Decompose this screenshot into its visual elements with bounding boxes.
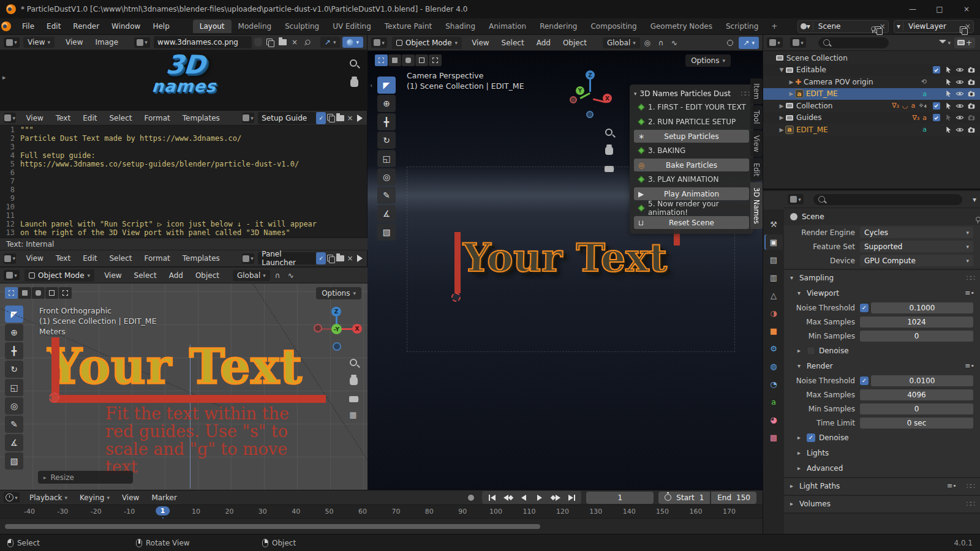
- expander-icon[interactable]: ▶: [778, 103, 785, 109]
- expander-icon[interactable]: ▶: [778, 114, 785, 121]
- tool-annotate[interactable]: ✎: [5, 416, 23, 433]
- viewport-zoom-icon[interactable]: [347, 356, 360, 369]
- properties-tab-output[interactable]: ▤: [764, 252, 783, 268]
- text-unlink-icon[interactable]: ×: [345, 112, 355, 124]
- eye-toggle-icon[interactable]: [954, 101, 965, 111]
- image-zoom-icon[interactable]: [347, 56, 360, 70]
- workspace-tab-compositing[interactable]: Compositing: [584, 20, 643, 33]
- cam-toggle-icon[interactable]: [965, 125, 977, 135]
- text-menu-text[interactable]: Text: [50, 254, 77, 263]
- image-menu-image[interactable]: Image: [89, 38, 125, 47]
- properties-tab-render[interactable]: ▣: [764, 234, 783, 250]
- collection-checkbox[interactable]: [933, 102, 940, 110]
- select-mode-tweak[interactable]: [375, 54, 388, 66]
- menu-render[interactable]: Render: [67, 22, 105, 31]
- text-menu-format[interactable]: Format: [138, 254, 176, 263]
- cam-toggle-icon[interactable]: [965, 113, 977, 122]
- properties-options-icon[interactable]: ▾: [968, 193, 980, 206]
- outliner-row-collection[interactable]: ▶Collection∇₃◡a✧₄: [763, 100, 980, 112]
- menu-help[interactable]: Help: [146, 22, 175, 31]
- bake-particles-button[interactable]: ◎Bake Particles: [634, 159, 749, 171]
- text-menu-view[interactable]: View: [20, 254, 49, 263]
- mode-dropdown[interactable]: Object Mode▾: [24, 269, 94, 282]
- cursor-toggle-icon[interactable]: [942, 77, 954, 87]
- gizmo-axis-neg-z[interactable]: [333, 342, 341, 351]
- cursor-toggle-icon[interactable]: [942, 65, 954, 75]
- workspace-tab-texture-paint[interactable]: Texture Paint: [378, 20, 439, 33]
- image-pin-icon[interactable]: [301, 36, 313, 48]
- text-menu-templates[interactable]: Templates: [176, 254, 226, 263]
- tool-move[interactable]: ╋: [5, 342, 23, 359]
- fake-user-shield-icon[interactable]: ✓: [316, 252, 326, 264]
- image-view-dropdown[interactable]: View▾: [23, 37, 55, 48]
- properties-tab-modifiers[interactable]: ⚙: [764, 341, 783, 356]
- timeline-scrollbar[interactable]: [5, 524, 540, 529]
- properties-tab-material[interactable]: ◕: [764, 412, 783, 427]
- cam-toggle-icon[interactable]: [965, 65, 977, 75]
- viewport-zoom-icon[interactable]: [602, 126, 616, 139]
- tool-scale[interactable]: ◱: [5, 379, 23, 396]
- expander-icon[interactable]: ▶: [778, 127, 785, 133]
- tool-measure[interactable]: ∡: [377, 205, 396, 222]
- text-menu-edit[interactable]: Edit: [77, 114, 103, 122]
- new-collection-button[interactable]: +: [954, 37, 975, 48]
- properties-tab-physics[interactable]: ◍: [764, 359, 783, 374]
- tool-measure[interactable]: ∡: [5, 434, 23, 451]
- render-max-samples[interactable]: 4096: [860, 389, 973, 400]
- cam-toggle-icon[interactable]: [965, 101, 977, 111]
- checkbox-slot[interactable]: [930, 65, 942, 75]
- filter-icon[interactable]: ▾: [939, 40, 951, 46]
- text-unlink-icon[interactable]: ×: [345, 252, 355, 264]
- properties-search-input[interactable]: [813, 194, 962, 205]
- outliner-row-editable[interactable]: ▼Editable: [763, 64, 980, 77]
- tool-transform[interactable]: ◎: [377, 168, 396, 186]
- lights-section-header[interactable]: ▸Lights: [784, 445, 980, 460]
- end-frame-field[interactable]: End150: [711, 492, 756, 504]
- properties-tab-view-layer[interactable]: ▥: [764, 270, 783, 285]
- panel-header[interactable]: ▾ 3D Names Particles Dust ∷∷: [634, 88, 749, 100]
- eye-toggle-icon[interactable]: [954, 125, 965, 135]
- expander-icon[interactable]: ▶: [788, 79, 795, 85]
- image-canvas[interactable]: ▸ 3D names: [0, 50, 368, 111]
- drag-dots[interactable]: ∷∷: [967, 482, 974, 490]
- jump-to-end-button[interactable]: [564, 492, 579, 503]
- viewport-pan-icon[interactable]: [347, 374, 360, 388]
- viewport-canvas-front[interactable]: Options▾ ◤⊕╋↻◱◎✎∡▧ Front Orthographic (1…: [0, 283, 368, 490]
- scene-selector[interactable]: ▾ Scene ×: [797, 20, 889, 33]
- device-dropdown[interactable]: GPU Compute▾: [860, 255, 973, 266]
- prev-keyframe-button[interactable]: [500, 492, 515, 503]
- scene-name[interactable]: Scene: [813, 22, 867, 31]
- timeline-menu-playback[interactable]: Playback▾: [23, 493, 74, 502]
- fake-user-shield-icon[interactable]: ✓: [316, 112, 326, 124]
- maximize-button[interactable]: □: [926, 0, 953, 18]
- viewlayer-selector[interactable]: ▾ ViewLayer ×: [894, 20, 974, 33]
- light-paths-header[interactable]: ▸Light Paths ≡• ∷∷: [784, 478, 980, 493]
- outliner-search-input[interactable]: [818, 37, 889, 48]
- gizmo-axis-y[interactable]: Y: [576, 86, 584, 95]
- cam-toggle-icon[interactable]: [965, 89, 977, 99]
- render-noise-value[interactable]: 0.0100: [871, 375, 973, 386]
- workspace-tab-uv-editing[interactable]: UV Editing: [326, 20, 378, 33]
- viewlayer-icon[interactable]: ▾: [894, 22, 903, 31]
- add-workspace-button[interactable]: +: [765, 20, 783, 33]
- gizmo-axis-neg-x[interactable]: [314, 324, 322, 332]
- shading-mode-button[interactable]: ↗▾: [739, 37, 759, 49]
- run-script-button[interactable]: [355, 112, 364, 124]
- text-copy-icon[interactable]: [326, 112, 336, 124]
- overlays-toggle-button[interactable]: ▾: [342, 37, 363, 48]
- image-unlink-icon[interactable]: ×: [288, 36, 301, 48]
- tool-rotate[interactable]: ↻: [5, 361, 23, 378]
- timeline-menu-view[interactable]: View: [116, 493, 145, 502]
- gizmo-axis-z[interactable]: Z: [331, 307, 341, 317]
- orientation-dropdown[interactable]: Global▾: [233, 270, 270, 281]
- image-pack-icon[interactable]: [276, 36, 288, 48]
- properties-tab-object-data[interactable]: a: [764, 394, 783, 410]
- checkbox-slot[interactable]: [930, 101, 942, 111]
- eye-toggle-icon[interactable]: [954, 65, 965, 75]
- text-open-icon[interactable]: [336, 112, 345, 124]
- options-dropdown[interactable]: Options▾: [685, 54, 731, 67]
- gizmo-axis-neg-z[interactable]: [586, 111, 594, 118]
- toolbar-expand-icon[interactable]: ‹: [370, 81, 372, 89]
- scene-icon[interactable]: ▾: [798, 22, 813, 31]
- checkbox-slot[interactable]: [930, 113, 942, 122]
